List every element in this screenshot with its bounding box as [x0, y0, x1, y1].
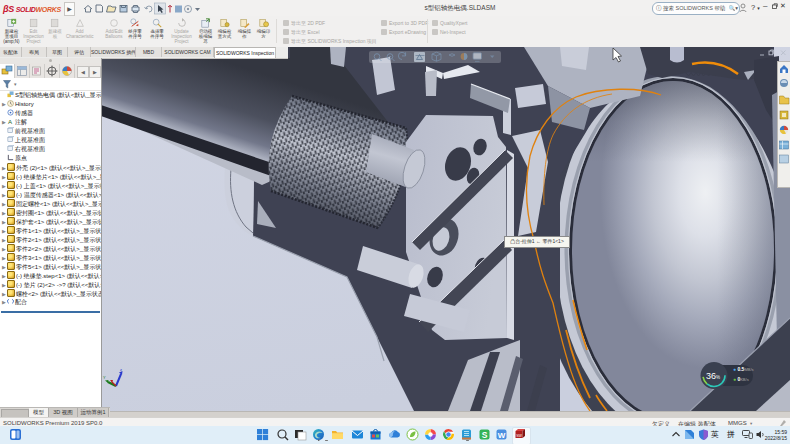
svg-text:A: A — [8, 118, 13, 125]
svg-text:SW: SW — [516, 434, 522, 438]
svg-text:S: S — [482, 430, 488, 440]
svg-text:z: z — [120, 367, 122, 372]
svg-text:W: W — [498, 431, 506, 440]
svg-text:Y: Y — [103, 375, 106, 380]
